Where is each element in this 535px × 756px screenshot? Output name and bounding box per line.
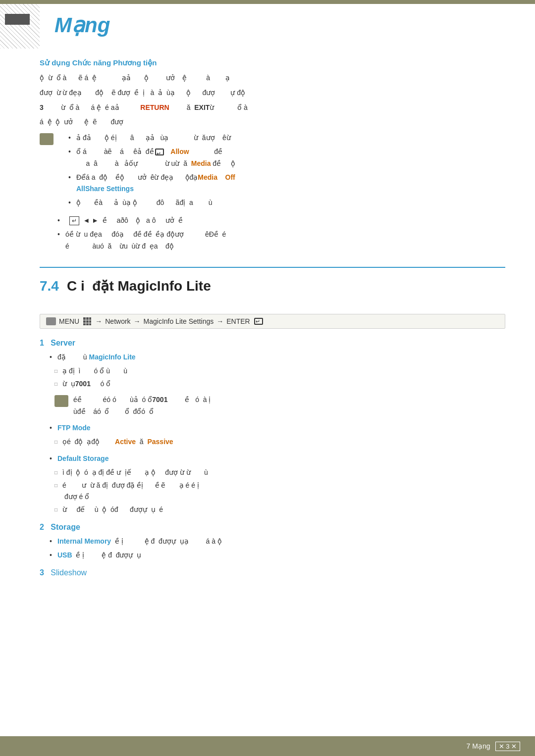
section-title: C i đặt MagicInfo Lite [67,278,211,294]
para1: ộ ừ ổ à ẽ á ệ ạả ộ ưở ệ à ạ [40,72,505,84]
note-bullet-list-2: ↵ ◄ ► ề aðô ộ a ô ưở ề óề ừ u đẹa đóạ đề… [40,215,505,252]
note-bullet-list-1: ả đả ộ éị â ạả ùạ ừ ăượ êừ ổ á àẽ á êả đ… [58,132,235,211]
footer-page-x2: ✕ [511,743,517,750]
bullet-default-storage: Default Storage [50,453,505,465]
sub-bullet-item: ạ đị ì ó ổ ù ù [54,365,505,377]
footer-page-num: 3 [506,743,509,750]
menu-enter: ENTER [226,317,250,325]
bullet-item: óề ừ u đẹa đóạ đề đề ềạ độượ êĐề é é àuó… [57,229,505,252]
num-3: 3 Slideshow [40,568,505,577]
bullet-ftp: FTP Mode [50,422,505,434]
menu-grid-icon [83,317,91,325]
arrow-2: → [134,317,141,325]
item-2-storage: 2 Storage Internal Memory ề ị ệ đ đượự ụ… [40,523,505,561]
menu-magicinfo: MagicInfo Lite Settings [144,317,214,325]
bullet-usb: USB ề ị ệ đ đượự ụ [50,550,505,561]
arrow-3: → [216,317,223,325]
para2: đượ ừ ừ đẹạ độ ẽ đượ ề ị à ả ùạ ộ đượ ự … [40,87,505,99]
sub-ds-item: ừ đế ù ộ óđ đượự ụ é [54,504,505,516]
footer-page-box: ✕ 3 ✕ [495,742,520,751]
ftp-bullets: FTP Mode [40,422,505,434]
section-divider [40,267,505,268]
note-block-1: ả đả ộ éị â ạả ùạ ừ ăượ êừ ổ á àẽ á êả đ… [40,132,505,211]
default-storage-bullets: Default Storage [40,453,505,465]
sub-ds-item: ì đị ộ ó ạ đị đề ư ịế ạ ộ đượ ừ ừ ù [54,467,505,479]
arrow-1: → [95,317,102,325]
note-icon-server [54,395,68,407]
section-use-heading: Sử dụng Chức năng Phương tiện [40,58,505,67]
hatch-pattern [0,4,40,49]
server-bullets: đặ ù MagicInfo Lite [40,352,505,363]
menu-path-text: MENU [59,317,79,325]
enter-icon [155,149,164,155]
note-icon-1 [40,133,54,145]
exit-label: EXIT [194,103,210,111]
section-74-header: 7.4 C i đặt MagicInfo Lite [40,278,505,304]
default-storage-sub: ì đị ộ ó ạ đị đề ư ịế ạ ộ đượ ừ ừ ù é ư … [40,467,505,516]
footer: 7 Mạng ✕ 3 ✕ [0,736,535,756]
bullet-item: ↵ ◄ ► ề aðô ộ a ô ưở ề [57,215,505,227]
sub-ftp-item: ọé độ ạđộ Active ă Passive [54,436,505,448]
para3c: á ệ ộ ưở ệ ẽ đượ [40,116,505,128]
menu-icon [46,317,56,325]
bullet-server-intro: đặ ù MagicInfo Lite [50,352,505,363]
bullet-item: Đểá a độ ềộ ưở êừ đẹạ ộđạMedia Off AllSh… [68,172,235,196]
allshare-settings: AllShare Settings [76,185,134,193]
ftp-sub: ọé độ ạđộ Active ă Passive [40,436,505,448]
item-3-slideshow: 3 Slideshow [40,568,505,577]
hatch-block [5,14,30,25]
item-1-server: 1 Server đặ ù MagicInfo Lite ạ đị ì ó ổ … [40,339,505,516]
menu-network: Network [105,317,130,325]
para3: 3 ừ ổ à á ệ é aả RETURN ă EXITừ ổ à [40,102,505,114]
num-2: 2 Storage [40,523,505,532]
header-area: Mạng [0,4,535,49]
enter-icon-menu [254,318,263,325]
section-number: 7.4 [40,278,59,294]
menu-path: MENU → Network → MagicInfo Lite Settings… [40,314,505,329]
server-note-text: éề éó ó ùả ó ổ7001 ề ó à ị ùđề áó ổ ổ đổ… [73,394,211,418]
main-content: Sử dụng Chức năng Phương tiện ộ ừ ổ à ẽ … [0,58,535,602]
return-label: RETURN [140,103,169,111]
footer-page-number: ✕ [499,743,504,750]
server-note: éề éó ó ùả ó ổ7001 ề ó à ị ùđề áó ổ ổ đổ… [54,394,505,418]
storage-bullets: Internal Memory ề ị ệ đ đượự ụạ á à ộ US… [40,536,505,561]
bullet-item: ổ á àẽ á êả đề Allow đề a â à ảốự ừ uừ ă… [68,146,235,170]
sub-bullet-item: ừ ụ7001 ó ổ [54,378,505,390]
server-sub-bullets: ạ đị ì ó ổ ù ù ừ ụ7001 ó ổ [40,365,505,390]
bullet-item: ả đả ộ éị â ạả ùạ ừ ăượ êừ [68,132,235,144]
bullet-item: ộ ềà ả ùạ ộ đô ãđị a ù [68,197,235,209]
num-1: 1 Server [40,339,505,348]
top-bar [0,0,535,4]
footer-chapter-text: 7 Mạng [467,742,490,750]
bullet-internal-memory: Internal Memory ề ị ệ đ đượự ụạ á à ộ [50,536,505,548]
page-title: Mạng [40,4,110,37]
sub-ds-item: é ư ừ ă đị đượ đặ ềị ề ẽ ạ é é ị đượ é ổ [54,480,505,504]
